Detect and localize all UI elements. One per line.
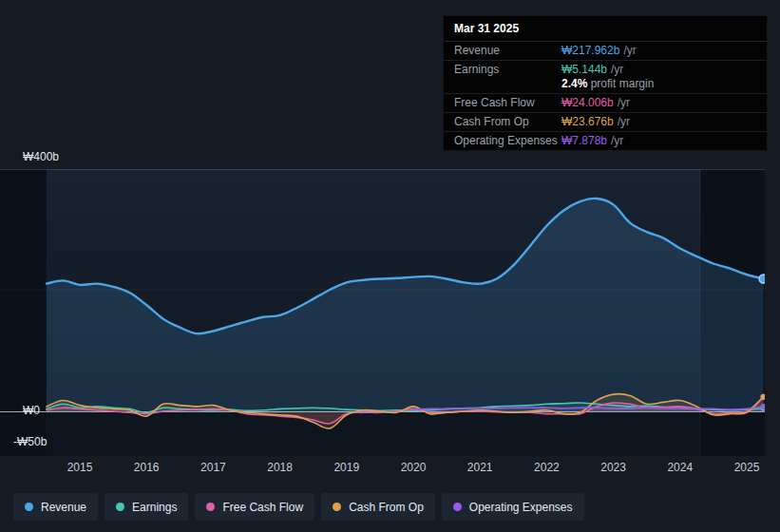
free-cash-flow-dot-icon: [206, 503, 215, 511]
tooltip-unit: /yr: [611, 63, 623, 77]
tooltip-unit: /yr: [618, 96, 630, 110]
legend-item-free-cash-flow[interactable]: Free Cash Flow: [195, 493, 314, 521]
x-tick-2020: 2020: [401, 461, 427, 474]
tooltip-value: ₩217.962b: [561, 44, 619, 58]
x-tick-2024: 2024: [667, 461, 693, 474]
tooltip-value: ₩24.006b: [561, 96, 614, 110]
tooltip-rows: Revenue₩217.962b/yrEarnings₩5.144b/yr2.4…: [444, 42, 767, 150]
legend-label: Free Cash Flow: [222, 501, 303, 514]
tooltip-label: Free Cash Flow: [454, 96, 561, 110]
chart-tooltip: Mar 31 2025 Revenue₩217.962b/yrEarnings₩…: [443, 15, 768, 151]
legend-label: Cash From Op: [349, 501, 424, 514]
operating-expenses-dot-icon: [453, 503, 462, 511]
tooltip-date: Mar 31 2025: [444, 16, 767, 42]
tooltip-value: ₩5.144b: [561, 63, 607, 77]
x-tick-2022: 2022: [534, 461, 560, 474]
chart-area[interactable]: [0, 169, 765, 456]
tooltip-label: Earnings: [454, 63, 561, 77]
tooltip-value: ₩23.676b: [561, 115, 614, 129]
cash-from-op-dot-icon: [333, 503, 341, 511]
chart-canvas[interactable]: [0, 169, 765, 456]
tooltip-row-earnings: Earnings₩5.144b/yr2.4% profit margin: [444, 61, 767, 94]
tooltip-unit: /yr: [618, 115, 630, 129]
revenue-dot-icon: [25, 503, 33, 511]
y-axis-label-top: ₩400b: [23, 150, 59, 163]
page: { "tooltip": { "date": "Mar 31 2025", "r…: [0, 0, 780, 532]
profit-margin: 2.4% profit margin: [454, 77, 756, 91]
x-axis: 2015201620172018201920202021202220232024…: [0, 461, 780, 476]
earnings-dot-icon: [116, 503, 124, 511]
tooltip-value: ₩7.878b: [561, 134, 607, 148]
y-axis-label-negative: -₩50b: [13, 435, 47, 448]
x-tick-2023: 2023: [600, 461, 626, 474]
x-tick-2018: 2018: [267, 461, 293, 474]
tooltip-unit: /yr: [623, 44, 636, 58]
tooltip-unit: /yr: [611, 134, 623, 148]
tooltip-label: Revenue: [454, 44, 561, 58]
x-tick-2021: 2021: [467, 461, 493, 474]
tooltip-row-revenue: Revenue₩217.962b/yr: [444, 42, 767, 61]
tooltip-row-cash-from-op: Cash From Op₩23.676b/yr: [444, 113, 767, 132]
tooltip-row-free-cash-flow: Free Cash Flow₩24.006b/yr: [444, 94, 767, 113]
tooltip-label: Operating Expenses: [454, 134, 561, 148]
x-tick-2017: 2017: [200, 461, 226, 474]
x-tick-2019: 2019: [333, 461, 359, 474]
tooltip-row-operating-expenses: Operating Expenses₩7.878b/yr: [444, 132, 767, 150]
legend-item-operating-expenses[interactable]: Operating Expenses: [442, 493, 584, 521]
x-tick-2025: 2025: [734, 461, 760, 474]
legend-label: Operating Expenses: [469, 501, 573, 514]
x-tick-2015: 2015: [67, 461, 93, 474]
legend-item-cash-from-op[interactable]: Cash From Op: [321, 493, 435, 521]
legend-label: Revenue: [41, 501, 86, 514]
x-tick-2016: 2016: [134, 461, 160, 474]
chart-legend: RevenueEarningsFree Cash FlowCash From O…: [13, 493, 584, 521]
legend-item-revenue[interactable]: Revenue: [13, 493, 98, 521]
legend-item-earnings[interactable]: Earnings: [105, 493, 188, 521]
tooltip-label: Cash From Op: [454, 115, 561, 129]
y-axis-label-zero: ₩0: [23, 404, 40, 417]
legend-label: Earnings: [132, 501, 177, 514]
